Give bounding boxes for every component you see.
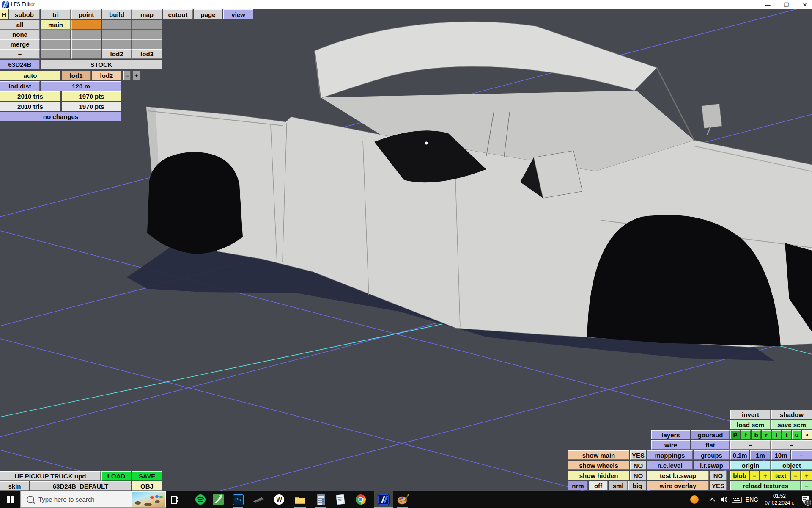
show-hidden-value[interactable]: NO: [630, 471, 646, 480]
layer-toggle-p[interactable]: P: [730, 430, 740, 439]
dash-button-a[interactable]: –: [730, 440, 771, 450]
tray-volume-button[interactable]: [718, 491, 730, 508]
select-none-button[interactable]: none: [0, 30, 40, 39]
tab-cutout[interactable]: cutout: [163, 9, 193, 19]
calculator-app-button[interactable]: [313, 491, 329, 508]
object-button[interactable]: object: [771, 461, 812, 470]
subobject-empty-slot[interactable]: [41, 49, 71, 59]
lod-dist-value[interactable]: 120 m: [41, 81, 121, 91]
subobject-empty-slot[interactable]: [102, 30, 132, 39]
lfs-editor-app-button-active[interactable]: [374, 491, 393, 508]
wire-overlay-value[interactable]: YES: [710, 481, 727, 490]
gouraud-button[interactable]: gouraud: [691, 430, 730, 439]
chrome-app-button[interactable]: [352, 491, 369, 508]
grid-1m-button[interactable]: 1m: [750, 450, 771, 460]
shadow-button[interactable]: shadow: [771, 410, 812, 419]
vehicle-name-field[interactable]: UF PICKUP TRUCK upd: [0, 471, 101, 481]
reload-dash-button[interactable]: –: [801, 481, 812, 490]
spotify-app-button[interactable]: [192, 491, 209, 508]
lod2-button[interactable]: lod2: [102, 49, 132, 59]
w-app-button[interactable]: W: [271, 491, 288, 508]
show-main-value[interactable]: YES: [630, 450, 646, 460]
skin-label[interactable]: skin: [0, 481, 29, 491]
wire-overlay-button[interactable]: wire overlay: [647, 481, 709, 490]
paint-app-button[interactable]: [394, 491, 411, 508]
layers-button[interactable]: layers: [651, 430, 690, 439]
subobject-empty-slot[interactable]: [102, 20, 132, 30]
subobject-main-button[interactable]: main: [41, 20, 71, 30]
subobject-empty-slot[interactable]: [102, 39, 132, 49]
wedge-app-button[interactable]: [250, 491, 267, 508]
grid-10m-button[interactable]: 10m: [771, 450, 790, 460]
subobject-empty-slot[interactable]: [41, 39, 71, 49]
wire-button[interactable]: wire: [651, 440, 690, 450]
blob-button[interactable]: blob: [730, 471, 749, 480]
tab-build[interactable]: build: [102, 9, 132, 19]
taskbar-search-input[interactable]: Type here to search: [20, 491, 166, 508]
test-lr-swap-value[interactable]: NO: [710, 471, 727, 480]
subobject-empty-slot[interactable]: [41, 30, 71, 39]
subobject-empty-slot[interactable]: [132, 30, 162, 39]
titlebar[interactable]: LFS Editor — ❐ ✕: [0, 0, 812, 9]
green-brush-app-button[interactable]: [210, 491, 227, 508]
lod-minus-button[interactable]: –: [123, 71, 131, 80]
action-center-button[interactable]: 1: [798, 491, 812, 508]
nrm-sml-button[interactable]: sml: [609, 481, 628, 490]
layer-toggle-r[interactable]: r: [762, 430, 771, 439]
nrm-button[interactable]: nrm: [568, 481, 588, 490]
reload-textures-button[interactable]: reload textures: [730, 481, 801, 490]
lod1-button[interactable]: lod1: [62, 71, 91, 80]
subobject-empty-slot[interactable]: [71, 30, 101, 39]
tray-language-button[interactable]: ENG: [743, 491, 760, 508]
dash-button[interactable]: –: [0, 49, 40, 59]
skin-name-field[interactable]: 63D24B_DEFAULT: [30, 481, 131, 491]
load-scm-button[interactable]: load scm: [730, 420, 771, 429]
close-button[interactable]: ✕: [798, 0, 812, 9]
invert-button[interactable]: invert: [730, 410, 771, 419]
truck-3d-model[interactable]: [146, 22, 812, 347]
load-button[interactable]: LOAD: [102, 471, 131, 481]
save-button[interactable]: SAVE: [132, 471, 162, 481]
select-all-button[interactable]: all: [0, 20, 40, 30]
subobject-color-swatch[interactable]: [71, 20, 101, 30]
layer-toggle-t[interactable]: t: [782, 430, 791, 439]
layer-toggle-l[interactable]: l: [772, 430, 781, 439]
show-wheels-value[interactable]: NO: [630, 461, 646, 470]
minimize-button[interactable]: —: [760, 0, 775, 9]
show-main-button[interactable]: show main: [568, 450, 629, 460]
subobject-empty-slot[interactable]: [71, 49, 101, 59]
flat-button[interactable]: flat: [691, 440, 730, 450]
show-hidden-button[interactable]: show hidden: [568, 471, 629, 480]
lod-auto-button[interactable]: auto: [0, 71, 60, 80]
lod-plus-button[interactable]: +: [133, 71, 140, 80]
viewport-3d[interactable]: [0, 9, 812, 491]
lod2-select-button[interactable]: lod2: [92, 71, 121, 80]
text-button[interactable]: text: [771, 471, 790, 480]
layer-toggle-u[interactable]: u: [792, 430, 801, 439]
tab-view-active[interactable]: view: [223, 9, 253, 19]
tray-show-hidden-icons-button[interactable]: [706, 491, 718, 508]
subobject-empty-slot[interactable]: [132, 39, 162, 49]
notepad-app-button[interactable]: [332, 491, 349, 508]
show-wheels-button[interactable]: show wheels: [568, 461, 629, 470]
text-plus-button[interactable]: +: [801, 471, 812, 480]
tab-map[interactable]: map: [132, 9, 162, 19]
dash-button-b[interactable]: –: [771, 440, 812, 450]
tab-tri[interactable]: tri: [41, 9, 71, 19]
subobject-empty-slot[interactable]: [71, 39, 101, 49]
nc-level-button[interactable]: n.c.level: [647, 461, 693, 470]
merge-button[interactable]: merge: [0, 39, 40, 49]
layer-dot-toggle[interactable]: ●: [802, 430, 812, 439]
mappings-button[interactable]: mappings: [647, 450, 693, 460]
layer-toggle-f[interactable]: f: [741, 430, 751, 439]
blob-plus-button[interactable]: +: [760, 471, 771, 480]
lod3-button[interactable]: lod3: [132, 49, 162, 59]
obj-export-button[interactable]: OBJ: [132, 481, 162, 491]
task-view-button[interactable]: [166, 491, 183, 508]
start-button[interactable]: [0, 491, 20, 508]
tab-subob[interactable]: subob: [9, 9, 40, 19]
layer-toggle-b[interactable]: b: [752, 430, 761, 439]
text-minus-button[interactable]: –: [791, 471, 801, 480]
stock-config-button[interactable]: STOCK: [41, 60, 162, 69]
object-id-field[interactable]: 63D24B: [0, 60, 40, 69]
